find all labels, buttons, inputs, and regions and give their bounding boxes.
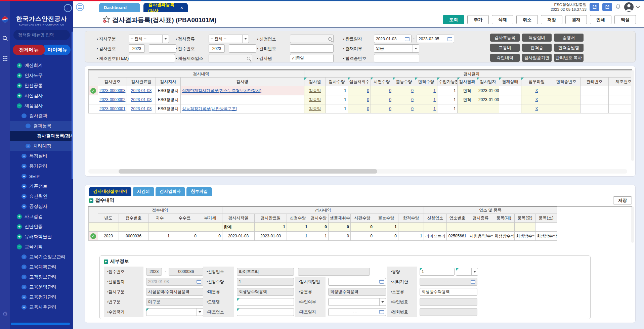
results-horizontal-scrollbar[interactable]	[88, 169, 627, 174]
sample-link[interactable]: 0	[367, 88, 369, 93]
add-button[interactable]: 추가	[467, 15, 489, 24]
sidebar-item[interactable]: +예산회계	[10, 60, 73, 70]
receipt-no-year[interactable]	[209, 44, 225, 53]
print-button[interactable]: 인쇄	[590, 15, 611, 24]
tab-attachments[interactable]: 첨부파일	[186, 187, 212, 196]
model-input[interactable]	[239, 299, 292, 304]
product-maker-input[interactable]	[211, 56, 247, 61]
search-icon[interactable]	[328, 37, 332, 41]
sidebar-item[interactable]: +교육계획관리	[10, 262, 73, 272]
sidebar-item[interactable]: +안전공통	[10, 81, 73, 91]
year-input[interactable]	[211, 46, 223, 51]
inspect-no-link[interactable]: 2023-0000002	[99, 97, 125, 102]
transport-fee-button[interactable]: 교통비	[490, 44, 520, 52]
row-selector[interactable]	[89, 95, 98, 104]
tab-overtime[interactable]: 시간외	[133, 187, 154, 196]
open-window-button[interactable]	[590, 3, 599, 11]
share-window-button[interactable]	[602, 3, 612, 11]
results-vertical-scrollbar[interactable]	[631, 70, 634, 161]
inspector-link[interactable]: 김종일	[309, 97, 321, 102]
certificate-doc-button[interactable]: 증명서	[554, 34, 584, 42]
table-row[interactable]: ✓ 2023 0000036 1 0 0 2023-01-03 2023-01-…	[89, 232, 557, 241]
sidebar-item[interactable]: +인사노무	[10, 70, 73, 81]
complete-date-from[interactable]	[374, 35, 412, 43]
complete-date-link[interactable]: 2023-01-03	[131, 97, 152, 102]
category-small-input[interactable]	[422, 289, 475, 294]
maker-field[interactable]	[237, 308, 294, 316]
row-selector[interactable]: ✓	[89, 86, 98, 95]
my-menu-button[interactable]: 마이메뉴	[42, 45, 71, 55]
inspector-input[interactable]	[292, 56, 332, 61]
model-field[interactable]	[237, 298, 294, 306]
sidebar-item[interactable]: +고객정보관리	[10, 272, 73, 282]
sidebar-item[interactable]: +처리대장	[10, 141, 73, 151]
close-icon[interactable]: ×	[180, 5, 183, 10]
calendar-icon[interactable]	[447, 37, 452, 41]
sidebar-item[interactable]: +공장심사	[10, 201, 73, 211]
specimen-link[interactable]: 0	[389, 88, 391, 93]
tab-receipt-list[interactable]: 검사대상접수내역	[89, 187, 131, 196]
sidebar-item[interactable]: +기준정보	[10, 181, 73, 191]
sidebar-item[interactable]: +용기관리	[10, 161, 73, 171]
tab-inspection-witness[interactable]: 검사입회자	[156, 187, 185, 196]
sample-link[interactable]: 0	[367, 97, 369, 102]
sidebar-item[interactable]: +교육운영관리	[10, 282, 73, 292]
approval-select[interactable]: 없음	[374, 44, 419, 53]
inspect-name-link[interactable]: 설계단계검사기록부(가스누출경보차단장치)	[182, 88, 261, 93]
sidebar-item[interactable]: +사고점검	[10, 211, 73, 222]
attachment-link[interactable]: X	[535, 106, 538, 111]
menu-search-input[interactable]	[18, 33, 72, 37]
fail-link[interactable]: 0	[411, 106, 414, 111]
year-input[interactable]	[131, 46, 143, 51]
inspect-no-link[interactable]: 2023-0000001	[99, 106, 125, 111]
fail-link[interactable]: 0	[411, 97, 414, 102]
complete-date-to[interactable]	[417, 35, 454, 43]
sidebar-item[interactable]: +요건확인	[10, 191, 73, 201]
attachment-link[interactable]: X	[535, 88, 538, 93]
pass-qty-link[interactable]: 1	[433, 97, 436, 102]
gear-icon[interactable]: ⚙	[0, 310, 10, 318]
special-equipment-button[interactable]: 특정설비	[522, 34, 552, 42]
table-row[interactable]: 2023-0000002 2023-01-03 ESG경영처 김종일 1 0 0…	[89, 95, 632, 104]
sidebar-item[interactable]: −결과등록	[10, 121, 73, 131]
calendar-icon[interactable]	[379, 280, 384, 284]
item-no-field[interactable]	[129, 54, 175, 62]
avatar[interactable]	[624, 2, 634, 12]
calendar-icon[interactable]	[379, 310, 384, 314]
approve-button[interactable]: 결재	[565, 15, 587, 24]
applicant-input[interactable]	[292, 37, 328, 41]
cancel-button[interactable]: 취소	[516, 15, 538, 24]
inspector-link[interactable]: 김종일	[309, 88, 321, 93]
capacity-input[interactable]	[422, 269, 453, 274]
row-selector[interactable]: ✓	[89, 232, 98, 241]
sample-link[interactable]: 0	[367, 106, 369, 111]
item-no-input[interactable]	[131, 56, 173, 61]
inspect-no-year[interactable]	[129, 44, 145, 53]
receipt-save-button[interactable]: 저장	[613, 196, 632, 204]
manage-no-field[interactable]	[290, 44, 334, 53]
pass-cert-button[interactable]: 합격증	[522, 44, 552, 52]
sidebar-item[interactable]: +특정설비	[10, 151, 73, 161]
make-date-input[interactable]	[330, 310, 379, 314]
sidebar-item[interactable]: +유해화학물질	[10, 232, 73, 242]
table-row[interactable]: ✓ 2023-0000003 2023-01-03 ESG경영처 설계단계검사기…	[89, 86, 632, 95]
save-button[interactable]: 저장	[541, 15, 562, 24]
sidebar-horizontal-scrollbar[interactable]	[11, 323, 70, 325]
manage-no-input[interactable]	[292, 46, 332, 51]
category-small-field[interactable]	[420, 288, 477, 296]
sidebar-item[interactable]: +SEIP	[10, 171, 73, 181]
capacity-field[interactable]	[420, 268, 455, 276]
grid-menu-icon[interactable]	[0, 56, 10, 62]
search-icon[interactable]	[247, 57, 250, 60]
all-menu-button[interactable]: 전체메뉴	[13, 45, 45, 55]
search-icon[interactable]	[0, 36, 10, 43]
pass-cert-issue-button[interactable]: 합격증발행	[554, 44, 584, 52]
import-yn-select[interactable]	[328, 298, 386, 306]
specimen-link[interactable]: 0	[389, 106, 391, 111]
date-from-input[interactable]	[376, 37, 405, 41]
inspector-field[interactable]	[290, 54, 334, 62]
sidebar-item[interactable]: +교육사후관리	[10, 302, 73, 312]
inspect-no-link[interactable]: 2023-0000003	[99, 88, 125, 93]
seq-input[interactable]	[151, 46, 174, 51]
tab-inspection-result[interactable]: 검사결과등록(검사×	[143, 3, 188, 12]
